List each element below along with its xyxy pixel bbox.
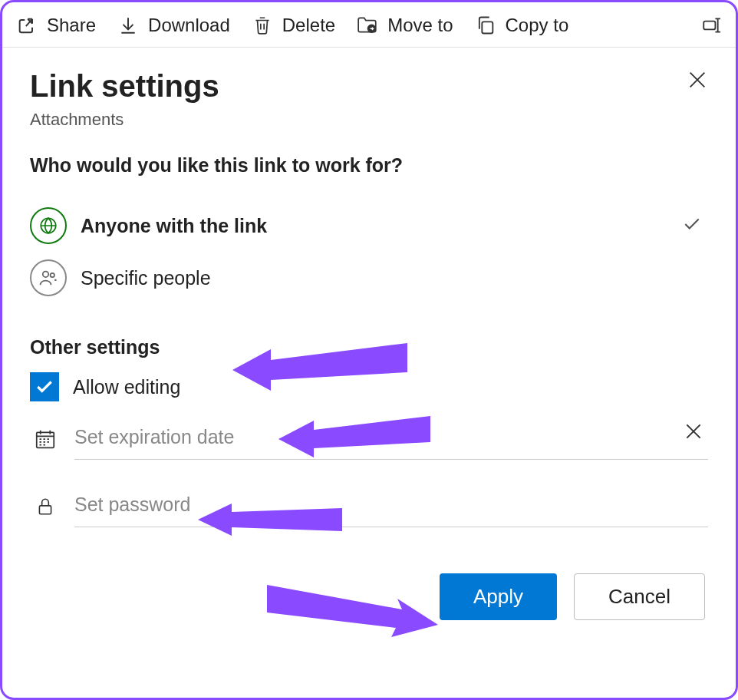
copyto-button[interactable]: Copy to [475, 15, 569, 36]
moveto-button[interactable]: Move to [357, 15, 453, 36]
svg-rect-7 [39, 506, 51, 514]
share-icon [16, 15, 38, 36]
option-anyone-label: Anyone with the link [81, 215, 668, 237]
globe-icon [30, 207, 67, 244]
link-settings-panel: Link settings Attachments Who would you … [2, 48, 736, 643]
share-label: Share [47, 15, 96, 36]
panel-question: Who would you like this link to work for… [30, 154, 708, 177]
check-icon [682, 214, 702, 237]
moveto-icon [357, 15, 378, 36]
checkmark-icon [35, 377, 54, 397]
panel-title: Link settings [30, 69, 708, 104]
clear-expiration-button[interactable] [684, 421, 703, 444]
svg-rect-2 [703, 21, 715, 30]
expiration-input[interactable] [74, 418, 708, 460]
other-settings-heading: Other settings [30, 336, 708, 358]
download-label: Download [148, 15, 230, 36]
close-icon [687, 69, 708, 91]
option-specific-label: Specific people [81, 267, 708, 289]
svg-rect-1 [482, 21, 493, 33]
copyto-icon [475, 15, 496, 36]
password-row [30, 486, 708, 527]
lock-icon [30, 495, 61, 518]
delete-label: Delete [282, 15, 335, 36]
option-specific[interactable]: Specific people [30, 252, 708, 304]
close-button[interactable] [687, 69, 708, 94]
cancel-button[interactable]: Cancel [574, 573, 705, 620]
svg-point-5 [51, 273, 54, 277]
apply-button[interactable]: Apply [440, 573, 557, 620]
download-icon [117, 15, 139, 36]
calendar-icon [30, 428, 61, 451]
share-button[interactable]: Share [16, 15, 96, 36]
option-anyone[interactable]: Anyone with the link [30, 200, 708, 252]
moveto-label: Move to [387, 15, 453, 36]
allow-editing-checkbox[interactable] [30, 372, 59, 401]
people-icon [30, 259, 67, 296]
footer: Apply Cancel [30, 573, 708, 620]
panel-subtitle: Attachments [30, 110, 708, 130]
toolbar: Share Download Delete Move to [2, 2, 736, 48]
rename-icon [700, 15, 722, 36]
more-button[interactable] [700, 15, 722, 36]
svg-point-4 [43, 272, 48, 277]
copyto-label: Copy to [506, 15, 569, 36]
delete-button[interactable]: Delete [252, 15, 335, 36]
password-input[interactable] [74, 486, 708, 527]
download-button[interactable]: Download [117, 15, 230, 36]
expiration-row [30, 418, 708, 460]
trash-icon [252, 15, 273, 36]
allow-editing-label: Allow editing [73, 376, 180, 398]
allow-editing-row: Allow editing [30, 372, 708, 401]
x-icon [684, 421, 703, 441]
